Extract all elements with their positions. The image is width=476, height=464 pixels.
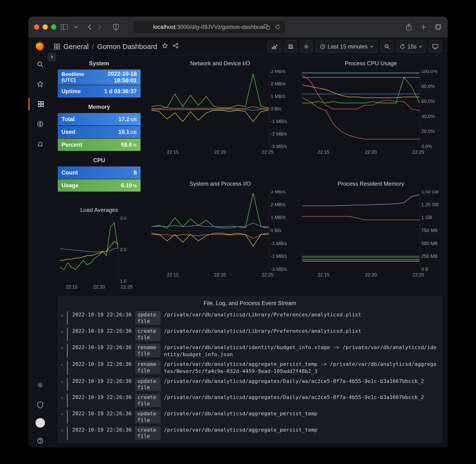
- system-title: System: [58, 59, 141, 69]
- breadcrumb-page[interactable]: Gomon Dashboard: [97, 43, 157, 51]
- admin-shield-icon[interactable]: [34, 398, 47, 412]
- event-row[interactable]: › 2022-10-19 22:26:36 renamefile /privat…: [58, 342, 442, 359]
- chevron-down-icon[interactable]: [72, 23, 80, 31]
- close-window-button[interactable]: [34, 24, 39, 29]
- panel-event-stream[interactable]: File, Log, and Process Event Stream › 20…: [58, 296, 442, 443]
- breadcrumb-root[interactable]: General: [63, 43, 89, 51]
- svg-rect-25: [54, 47, 57, 49]
- svg-text:80.0%: 80.0%: [421, 84, 435, 89]
- time-range-button[interactable]: Last 15 minutes: [316, 40, 378, 53]
- stat-row: Usage6.10%: [58, 179, 141, 192]
- svg-text:2.0: 2.0: [120, 247, 126, 252]
- grafana-logo[interactable]: [35, 41, 45, 51]
- event-row[interactable]: › 2022-10-19 22:26:36 renamefile /privat…: [58, 359, 442, 376]
- tabs-icon[interactable]: [434, 23, 442, 31]
- svg-rect-3: [264, 25, 267, 28]
- svg-point-29: [176, 43, 178, 45]
- chevron-right-icon: ›: [60, 394, 64, 401]
- svg-text:-1 MB/s: -1 MB/s: [271, 119, 287, 124]
- svg-rect-34: [273, 46, 274, 49]
- svg-rect-14: [38, 101, 40, 104]
- svg-line-41: [388, 48, 389, 49]
- svg-marker-13: [37, 81, 43, 87]
- avatar[interactable]: [36, 418, 45, 428]
- event-time: 2022-10-19 22:26:36: [72, 344, 132, 351]
- svg-marker-19: [39, 122, 41, 126]
- svg-point-11: [38, 62, 42, 66]
- dashboard-grid: System Boottime(UTC)2022-10-1818:50:01Up…: [52, 56, 448, 447]
- event-row[interactable]: › 2022-10-19 22:26:36 createfile /privat…: [58, 425, 442, 441]
- event-path: /private/var/db/analyticsd/Library/Prefe…: [164, 328, 438, 335]
- svg-point-28: [173, 45, 175, 46]
- save-button[interactable]: [284, 40, 297, 53]
- memory-title: Memory: [58, 102, 141, 113]
- panel-title: Network and Device I/O: [149, 59, 291, 70]
- event-row[interactable]: › 2022-10-19 22:26:36 updatefile /privat…: [58, 441, 442, 443]
- svg-text:3 MB/s: 3 MB/s: [271, 190, 285, 194]
- back-button[interactable]: [86, 23, 94, 31]
- reload-icon[interactable]: [274, 23, 282, 31]
- event-row[interactable]: › 2022-10-19 22:26:36 updatefile /privat…: [58, 376, 442, 393]
- event-tag: updatefile: [135, 410, 161, 424]
- panel-system-io[interactable]: System and Process I/O 3 MB/s2 MB/s1 MB/…: [149, 179, 291, 294]
- svg-text:-2 MB/s: -2 MB/s: [271, 253, 287, 259]
- chevron-right-icon: ›: [60, 361, 64, 368]
- top-bar: General / Gomon Dashboard Last 15 minute…: [52, 37, 448, 56]
- zoom-out-button[interactable]: [381, 40, 393, 53]
- event-row[interactable]: › 2022-10-19 22:26:36 createfile /privat…: [58, 392, 442, 409]
- stat-column: System Boottime(UTC)2022-10-1818:50:01Up…: [58, 59, 141, 205]
- panel-title: Process CPU Usage: [300, 59, 442, 70]
- event-severity-bar: [67, 311, 68, 325]
- stat-row: Uptime1 d 03:36:37: [58, 85, 141, 97]
- share-icon[interactable]: [405, 23, 413, 31]
- event-row[interactable]: › 2022-10-19 22:26:36 updatefile /privat…: [58, 409, 442, 425]
- maximize-window-button[interactable]: [51, 24, 56, 29]
- gear-icon[interactable]: [34, 378, 47, 392]
- event-severity-bar: [67, 410, 68, 424]
- favorite-star-icon[interactable]: [162, 43, 168, 50]
- url-path: :3000/d/g-II9JVVz/gomon-dashboar: [175, 24, 265, 30]
- dashboards-icon[interactable]: [28, 97, 52, 111]
- refresh-button[interactable]: 15s: [396, 40, 426, 53]
- refresh-interval-label: 15s: [408, 43, 417, 50]
- event-row[interactable]: › 2022-10-19 22:26:36 updatefile /privat…: [58, 310, 442, 326]
- share-dashboard-icon[interactable]: [173, 43, 179, 50]
- settings-button[interactable]: [300, 40, 313, 53]
- panel-network-io[interactable]: Network and Device I/O 3 MB/s2 MB/s1 MB/…: [149, 59, 291, 179]
- left-nav: [28, 37, 52, 447]
- event-row[interactable]: › 2022-10-19 22:26:36 createfile /privat…: [58, 326, 442, 342]
- translate-icon[interactable]: [263, 23, 271, 31]
- app: General / Gomon Dashboard Last 15 minute…: [28, 37, 448, 447]
- add-panel-button[interactable]: [268, 40, 282, 53]
- svg-text:1.50 GB: 1.50 GB: [421, 190, 439, 194]
- panel-process-memory[interactable]: Process Resident Memory 1.50 GB1.25 GB1 …: [300, 179, 442, 294]
- panel-process-cpu[interactable]: Process CPU Usage 100.0%80.0%60.0%40.0%2…: [300, 59, 442, 179]
- forward-button[interactable]: [96, 23, 103, 31]
- svg-rect-4: [266, 26, 270, 29]
- stat-row: Used10.1GB: [58, 126, 141, 138]
- shield-icon[interactable]: [112, 23, 120, 31]
- search-icon[interactable]: [34, 58, 47, 71]
- new-tab-icon[interactable]: [420, 23, 427, 31]
- svg-text:0.0%: 0.0%: [421, 144, 432, 148]
- svg-text:3 MB/s: 3 MB/s: [271, 70, 285, 74]
- sidebar-toggle-icon[interactable]: [60, 23, 68, 31]
- svg-text:1 MB/s: 1 MB/s: [271, 94, 285, 99]
- stat-row: Count8: [58, 166, 141, 179]
- svg-text:-1 MB/s: -1 MB/s: [271, 241, 287, 246]
- event-time: 2022-10-19 22:26:36: [72, 394, 132, 401]
- minimize-window-button[interactable]: [43, 24, 48, 29]
- event-path: /private/var/db/analyticsd/Library/Prefe…: [164, 311, 438, 318]
- svg-text:-3 MB/s: -3 MB/s: [271, 144, 287, 148]
- alerting-bell-icon[interactable]: [34, 137, 47, 150]
- star-icon[interactable]: [34, 77, 47, 91]
- svg-rect-15: [41, 101, 44, 104]
- event-tag: createfile: [135, 426, 161, 440]
- panel-load-averages[interactable]: Load Averages 3.02.01.0 22:1522:2022:25: [58, 205, 141, 294]
- explore-icon[interactable]: [34, 117, 47, 131]
- kiosk-mode-button[interactable]: [429, 40, 442, 53]
- event-tag: createfile: [135, 328, 161, 341]
- help-icon[interactable]: [34, 434, 47, 447]
- url-bar[interactable]: localhost:3000/d/g-II9JVVz/gomon-dashboa…: [133, 21, 285, 33]
- svg-text:0 B: 0 B: [421, 267, 428, 271]
